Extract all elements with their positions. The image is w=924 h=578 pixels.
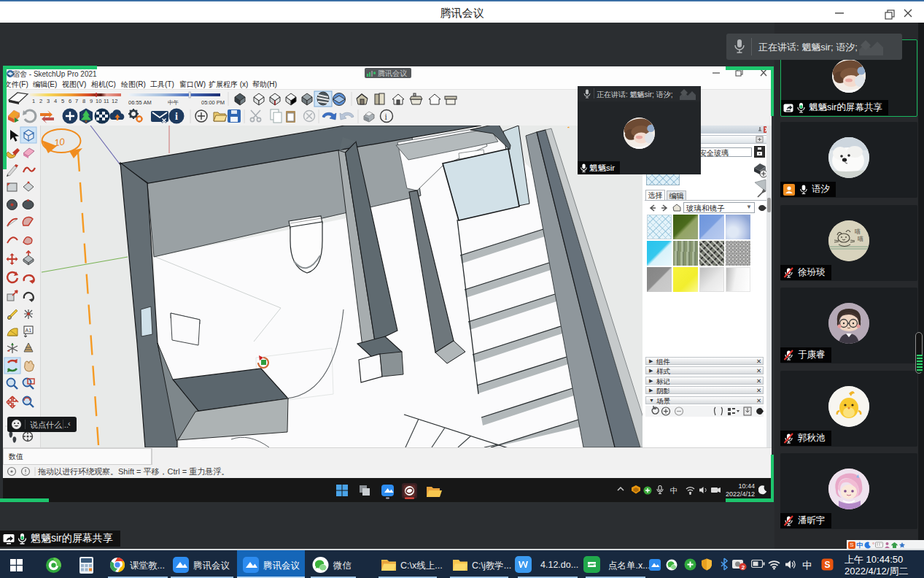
svg-text:9: 9	[90, 98, 93, 104]
svg-text:中午: 中午	[168, 99, 179, 106]
svg-text:12: 12	[112, 98, 117, 104]
svg-text:8: 8	[82, 98, 85, 104]
svg-text:i: i	[175, 111, 178, 122]
svg-text:4: 4	[54, 98, 57, 104]
svg-text:i: i	[385, 112, 388, 122]
svg-text:6: 6	[69, 98, 71, 104]
svg-text:A1: A1	[26, 328, 32, 333]
svg-text:7: 7	[75, 98, 78, 104]
svg-text:中: 中	[670, 486, 678, 495]
svg-text:06:55 AM: 06:55 AM	[128, 99, 152, 106]
svg-text:2: 2	[39, 98, 42, 104]
svg-text:11: 11	[104, 98, 109, 104]
svg-text:喵: 喵	[855, 228, 861, 235]
svg-text:S: S	[825, 560, 831, 570]
svg-text:喵: 喵	[858, 236, 863, 242]
svg-text:05:00 PM: 05:00 PM	[201, 99, 225, 106]
svg-text:3: 3	[47, 98, 50, 104]
svg-text:5: 5	[61, 98, 64, 104]
svg-text:2: 2	[742, 564, 745, 571]
svg-text:10: 10	[96, 98, 101, 104]
svg-text:1: 1	[32, 98, 35, 104]
